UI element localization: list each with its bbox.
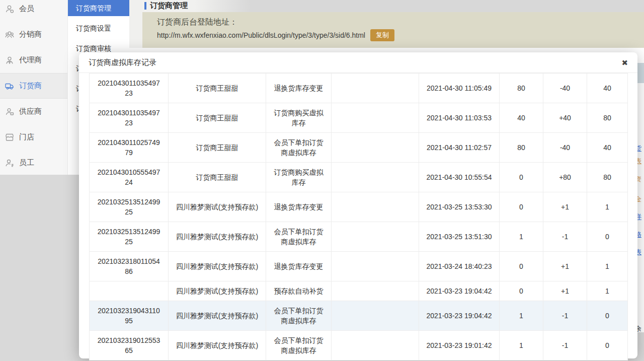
cell-orderer-name: 四川雅梦测试(支持预存款) [169, 252, 266, 281]
sidebar: 会员 分销商 代理商 订货商 供应商 门店 [0, 0, 68, 175]
cell-change-type: 退换货库存变更 [266, 192, 332, 222]
sidebar-item-label: 员工 [19, 158, 34, 168]
cell-time: 2021-04-30 10:55:54 [419, 163, 500, 192]
cell-time: 2021-03-23 19:01:42 [419, 331, 500, 360]
cell-stock-change: +40 [543, 103, 587, 133]
table-row[interactable]: 202104301103549723 订货商王甜甜 退换货库存变更 2021-0… [90, 74, 628, 103]
cell-order-no: 202103231801105486 [90, 252, 169, 281]
sidebar-item-label: 会员 [19, 4, 34, 14]
cell-stock-change: +1 [543, 192, 587, 222]
cell-stock-change: -1 [543, 331, 587, 360]
cell-stock-before: 1 [500, 222, 543, 252]
cell-time: 2021-03-23 19:04:42 [419, 301, 500, 331]
cell-orderer-name: 订货商王甜甜 [169, 163, 266, 192]
cell-change-type: 退换货库存变更 [266, 252, 332, 281]
agent-icon [5, 55, 15, 65]
table-row[interactable]: 202103251351249925 四川雅梦测试(支持预存款) 退换货库存变更… [90, 192, 628, 222]
cell-change-type: 订货商购买虚拟库存 [266, 103, 332, 133]
virtual-stock-record-modal: 订货商虚拟库存记录 ✖ 202104301103549723 订货商王甜甜 退换… [79, 52, 637, 358]
sidebar-item[interactable]: 分销商 [0, 22, 67, 47]
submenu-item-label: 订货商管理 [76, 4, 111, 12]
modal-title: 订货商虚拟库存记录 [89, 58, 156, 67]
sidebar-item[interactable]: 员工 [0, 150, 67, 175]
cell-order-no [90, 281, 169, 301]
table-row[interactable]: 202103231901255365 四川雅梦测试(支持预存款) 会员下单扣订货… [90, 331, 628, 360]
cell-orderer-name: 四川雅梦测试(支持预存款) [169, 222, 266, 252]
table-row[interactable]: 202104301102574979 订货商王甜甜 会员下单扣订货商虚拟库存 2… [90, 133, 628, 163]
cell-order-no: 202104301102574979 [90, 133, 169, 163]
staff-icon [5, 158, 15, 168]
app-root: 订货商管理 订货商后台登陆地址： http://m.wfx.wxfenxiao.… [0, 0, 644, 361]
login-url-label: 订货商后台登陆地址： [157, 16, 644, 28]
cell-orderer-name: 订货商王甜甜 [169, 133, 266, 163]
sidebar-item[interactable]: 供应商 [0, 99, 67, 124]
cell-order-no: 202103231904311095 [90, 301, 169, 331]
submenu-item[interactable]: 订货商管理 [68, 0, 129, 16]
cell-empty [332, 133, 419, 163]
sidebar-item-label: 分销商 [19, 30, 42, 39]
cell-stock-before: 0 [500, 192, 543, 222]
page-title-text: 订货商管理 [150, 1, 188, 11]
table-row[interactable]: 202104301103549723 订货商王甜甜 订货商购买虚拟库存 2021… [90, 103, 628, 133]
cell-time: 2021-04-30 11:05:49 [419, 74, 500, 103]
cell-empty [332, 281, 419, 301]
cell-stock-before: 0 [500, 281, 543, 301]
cell-stock-change: -1 [543, 222, 587, 252]
sidebar-list: 会员 分销商 代理商 订货商 供应商 门店 [0, 0, 67, 175]
close-icon[interactable]: ✖ [621, 59, 628, 66]
store-icon [5, 132, 15, 142]
sidebar-item[interactable]: 会员 [0, 0, 67, 22]
cell-change-type: 会员下单扣订货商虚拟库存 [266, 301, 332, 331]
cell-stock-after: 1 [587, 192, 628, 222]
submenu-item-label: 订货商设置 [76, 24, 111, 32]
cell-time: 2021-03-25 13:53:30 [419, 192, 500, 222]
cell-order-no: 202103251351249925 [90, 222, 169, 252]
table-row[interactable]: 202103231904311095 四川雅梦测试(支持预存款) 会员下单扣订货… [90, 301, 628, 331]
sidebar-item[interactable]: 订货商 [0, 73, 67, 99]
cell-orderer-name: 四川雅梦测试(支持预存款) [169, 192, 266, 222]
distributor-icon [5, 30, 15, 40]
cell-stock-change: -40 [543, 133, 587, 163]
cell-stock-change: -40 [543, 74, 587, 103]
content-gutter [129, 0, 142, 48]
cell-stock-after: 1 [587, 252, 628, 281]
cell-stock-after: 40 [587, 74, 628, 103]
table-row[interactable]: 202104301055549724 订货商王甜甜 订货商购买虚拟库存 2021… [90, 163, 628, 192]
submenu-item[interactable]: 订货商设置 [68, 20, 129, 36]
cell-empty [332, 222, 419, 252]
title-accent-bar [144, 2, 146, 10]
copy-url-button[interactable]: 复制 [370, 29, 394, 41]
supplier-icon [5, 107, 15, 117]
sidebar-item-label: 代理商 [19, 55, 42, 65]
sidebar-item-label: 订货商 [19, 81, 42, 91]
cell-change-type: 会员下单扣订货商虚拟库存 [266, 222, 332, 252]
cell-stock-change: +1 [543, 281, 587, 301]
cell-stock-change: +80 [543, 163, 587, 192]
sidebar-item[interactable]: 代理商 [0, 47, 67, 73]
cell-order-no: 202104301055549724 [90, 163, 169, 192]
cell-order-no: 202104301103549723 [90, 74, 169, 103]
cell-change-type: 退换货库存变更 [266, 74, 332, 103]
cell-empty [332, 163, 419, 192]
member-icon [5, 4, 15, 14]
table-row[interactable]: 202103251351249925 四川雅梦测试(支持预存款) 会员下单扣订货… [90, 222, 628, 252]
cell-empty [332, 301, 419, 331]
table-row[interactable]: 202103231801105486 四川雅梦测试(支持预存款) 退换货库存变更… [90, 252, 628, 281]
cell-orderer-name: 四川雅梦测试(支持预存款) [169, 281, 266, 301]
cell-stock-change: -1 [543, 301, 587, 331]
orderer-truck-icon [5, 81, 15, 91]
sidebar-item[interactable]: 门店 [0, 124, 67, 150]
cell-change-type: 会员下单扣订货商虚拟库存 [266, 133, 332, 163]
login-url-notice: 订货商后台登陆地址： http://m.wfx.wxfenxiao.com/Pu… [142, 12, 644, 48]
stock-record-table-body: 202104301103549723 订货商王甜甜 退换货库存变更 2021-0… [90, 74, 628, 360]
sidebar-item-label: 门店 [19, 132, 34, 142]
cell-order-no: 202103251351249925 [90, 192, 169, 222]
cell-empty [332, 192, 419, 222]
cell-change-type: 会员下单扣订货商虚拟库存 [266, 331, 332, 360]
cell-stock-change: +1 [543, 252, 587, 281]
cell-stock-before: 1 [500, 301, 543, 331]
cell-time: 2021-04-30 11:03:53 [419, 103, 500, 133]
content-top-band [129, 0, 644, 12]
cell-time: 2021-03-23 19:04:42 [419, 281, 500, 301]
table-row[interactable]: 四川雅梦测试(支持预存款) 预存款自动补货 2021-03-23 19:04:4… [90, 281, 628, 301]
